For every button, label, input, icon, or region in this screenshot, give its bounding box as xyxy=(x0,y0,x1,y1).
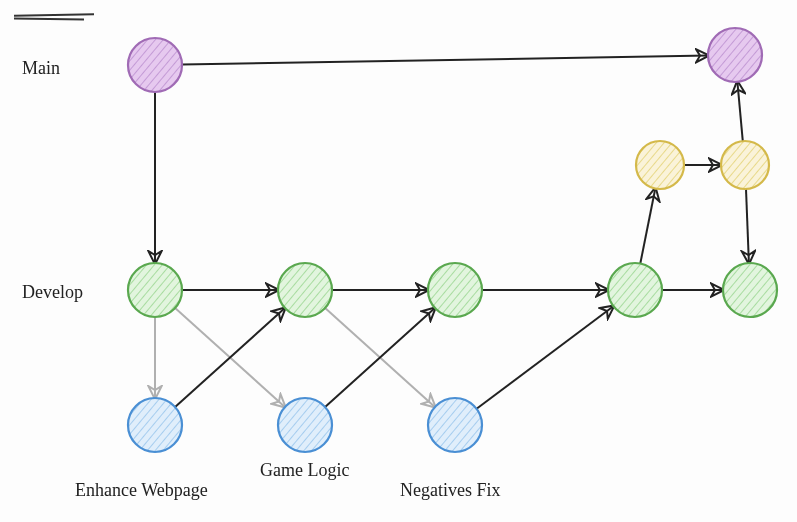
commit-m1 xyxy=(128,38,182,92)
commit-d4 xyxy=(608,263,662,317)
branch-label-negatives: Negatives Fix xyxy=(400,480,501,501)
commit-h1 xyxy=(636,141,684,189)
commit-d2 xyxy=(278,263,332,317)
commit-m2 xyxy=(708,28,762,82)
edge-h2-d5 xyxy=(746,189,749,263)
commit-d5 xyxy=(723,263,777,317)
commit-f1 xyxy=(128,398,182,452)
edge-m1-m2 xyxy=(182,56,708,65)
branch-label-game: Game Logic xyxy=(260,460,349,481)
branch-label-enhance: Enhance Webpage xyxy=(75,480,208,501)
commit-h2 xyxy=(721,141,769,189)
edge-f3-d4 xyxy=(477,306,614,409)
commit-f3 xyxy=(428,398,482,452)
commit-f2 xyxy=(278,398,332,452)
edge-d4-h1 xyxy=(640,189,655,264)
git-branch-diagram xyxy=(0,0,797,522)
edge-h2-m2 xyxy=(737,82,742,141)
branch-label-develop: Develop xyxy=(22,282,83,303)
commit-d3 xyxy=(428,263,482,317)
branch-label-main: Main xyxy=(22,58,60,79)
title-underline xyxy=(14,14,94,24)
commit-d1 xyxy=(128,263,182,317)
